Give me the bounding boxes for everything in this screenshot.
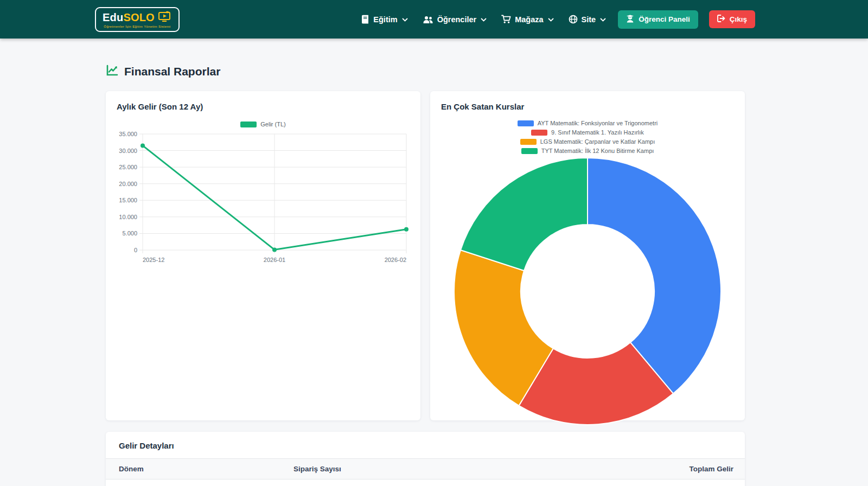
- legend-swatch: [520, 139, 537, 145]
- svg-text:2025-12: 2025-12: [143, 257, 164, 263]
- nav-menu: Eğitim Öğrenciler Mağaza: [361, 15, 606, 24]
- nav-item-label: Mağaza: [515, 15, 543, 24]
- chevron-down-icon: [481, 18, 487, 22]
- main-content: Finansal Raporlar Aylık Gelir (Son 12 Ay…: [106, 64, 745, 486]
- logo[interactable]: EduSOLO Öğretmenler İçin Eğitim Yönetim …: [95, 7, 180, 32]
- nav-item-label: Eğitim: [373, 15, 397, 24]
- svg-text:25.000: 25.000: [119, 164, 137, 170]
- chevron-down-icon: [402, 18, 408, 22]
- chart-line-icon: [106, 64, 119, 79]
- top-courses-card: En Çok Satan Kurslar AYT Matematik: Fonk…: [430, 91, 745, 420]
- donut-chart[interactable]: [441, 155, 734, 426]
- nav-item-magaza[interactable]: Mağaza: [501, 15, 553, 24]
- brand-text: EduSOLO: [103, 11, 155, 23]
- svg-text:2026-01: 2026-01: [264, 257, 285, 263]
- donut-wrap: [441, 155, 734, 426]
- svg-text:10.000: 10.000: [119, 214, 137, 220]
- legend-label: 9. Sınıf Matematik 1. Yazılı Hazırlık: [551, 129, 644, 136]
- legend-swatch: [240, 122, 257, 127]
- nav-item-ogrenciler[interactable]: Öğrenciler: [423, 15, 487, 24]
- revenue-details-card: Gelir Detayları Dönem Sipariş Sayısı Top…: [106, 432, 745, 486]
- legend-item[interactable]: LGS Matematik: Çarpanlar ve Katlar Kampı: [520, 138, 655, 145]
- line-chart[interactable]: 05.00010.00015.00020.00025.00030.00035.0…: [117, 129, 410, 265]
- logout-button[interactable]: Çıkış: [709, 10, 755, 28]
- revenue-table-body: [106, 479, 745, 486]
- monthly-revenue-title: Aylık Gelir (Son 12 Ay): [117, 102, 410, 111]
- page-title-row: Finansal Raporlar: [106, 64, 745, 79]
- svg-text:30.000: 30.000: [119, 148, 137, 154]
- legend-label: LGS Matematik: Çarpanlar ve Katlar Kampı: [540, 138, 655, 145]
- svg-text:20.000: 20.000: [119, 181, 137, 187]
- legend-swatch: [521, 148, 538, 154]
- brand-solo: SOLO: [123, 11, 154, 23]
- nav-item-site[interactable]: Site: [569, 15, 607, 24]
- chevron-down-icon: [548, 18, 554, 22]
- nav-item-label: Öğrenciler: [437, 15, 477, 24]
- donut-chart-legend: AYT Matematik: Fonksiyonlar ve Trigonome…: [441, 120, 734, 154]
- student-panel-button[interactable]: Öğrenci Paneli: [618, 10, 698, 29]
- legend-item[interactable]: 9. Sınıf Matematik 1. Yazılı Hazırlık: [531, 129, 644, 136]
- legend-label: AYT Matematik: Fonksiyonlar ve Trigonome…: [538, 120, 658, 126]
- column-header-donem: Dönem: [119, 465, 293, 473]
- cart-icon: [501, 15, 511, 24]
- svg-text:15.000: 15.000: [119, 197, 137, 203]
- monthly-revenue-card: Aylık Gelir (Son 12 Ay) Gelir (TL) 05.00…: [106, 91, 420, 420]
- svg-text:2026-02: 2026-02: [385, 257, 406, 263]
- legend-label: Gelir (TL): [260, 121, 285, 127]
- user-graduate-icon: [626, 15, 634, 24]
- column-header-siparis-sayisi: Sipariş Sayısı: [293, 465, 689, 473]
- chevron-down-icon: [600, 18, 606, 22]
- top-courses-title: En Çok Satan Kurslar: [441, 102, 734, 111]
- legend-item[interactable]: TYT Matematik: İlk 12 Konu Bitirme Kampı: [521, 148, 654, 154]
- logo-monitor-play-icon: [158, 10, 172, 24]
- legend-item[interactable]: AYT Matematik: Fonksiyonlar ve Trigonome…: [518, 120, 658, 126]
- legend-swatch: [531, 130, 547, 136]
- svg-text:35.000: 35.000: [119, 131, 137, 137]
- globe-icon: [569, 15, 578, 24]
- donut-segment[interactable]: [461, 158, 588, 271]
- revenue-table-header: Dönem Sipariş Sayısı Toplam Gelir: [106, 458, 745, 479]
- legend-item[interactable]: Gelir (TL): [240, 121, 285, 127]
- legend-label: TYT Matematik: İlk 12 Konu Bitirme Kampı: [541, 148, 654, 154]
- brand-edu: Edu: [103, 11, 123, 23]
- page-title: Finansal Raporlar: [124, 65, 220, 78]
- svg-text:5.000: 5.000: [122, 230, 137, 236]
- legend-swatch: [518, 120, 534, 126]
- book-icon: [361, 15, 369, 24]
- charts-grid: Aylık Gelir (Son 12 Ay) Gelir (TL) 05.00…: [106, 91, 745, 420]
- sign-out-icon: [717, 15, 725, 24]
- revenue-details-title: Gelir Detayları: [106, 432, 745, 458]
- top-navbar: EduSOLO Öğretmenler İçin Eğitim Yönetim …: [0, 0, 868, 39]
- logo-row: EduSOLO: [103, 10, 172, 24]
- logout-label: Çıkış: [730, 15, 747, 23]
- svg-text:0: 0: [134, 247, 137, 253]
- logo-tagline: Öğretmenler İçin Eğitim Yönetim Sistemi: [104, 25, 170, 28]
- line-chart-legend: Gelir (TL): [117, 121, 410, 127]
- users-icon: [423, 15, 433, 24]
- column-header-toplam-gelir: Toplam Gelir: [689, 465, 733, 473]
- nav-item-label: Site: [582, 15, 596, 24]
- nav-item-egitim[interactable]: Eğitim: [361, 15, 407, 24]
- student-panel-label: Öğrenci Paneli: [639, 15, 690, 23]
